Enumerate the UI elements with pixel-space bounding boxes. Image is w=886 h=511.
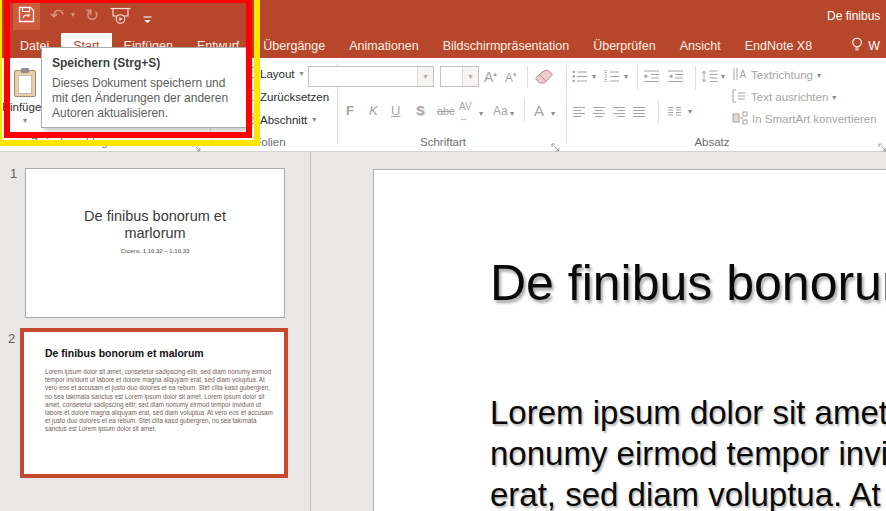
justify-button[interactable] — [632, 104, 646, 122]
font-name-combobox[interactable]: ▼ — [308, 66, 434, 87]
align-text-icon — [732, 89, 747, 105]
group-label-font: Schriftart — [408, 136, 478, 148]
tab-bildschirmpraesentation[interactable]: Bildschirmpräsentation — [431, 33, 581, 58]
start-presentation-button[interactable] — [110, 7, 131, 29]
button-divider — [695, 66, 696, 90]
align-text-button[interactable]: Text ausrichten ▾ — [732, 89, 836, 105]
align-left-button[interactable] — [572, 104, 586, 122]
slide-body-text[interactable]: Lorem ipsum dolor sit amet, consetetur n… — [490, 392, 886, 511]
text-direction-label: Textrichtung — [751, 69, 813, 81]
chevron-down-icon: ▾ — [510, 109, 514, 118]
tell-me-label: W — [868, 39, 880, 53]
align-center-button[interactable] — [592, 104, 606, 122]
paragraph-dialog-launcher[interactable] — [878, 138, 886, 148]
layout-button[interactable]: Layout ▾ — [242, 67, 304, 80]
underline-button[interactable]: U — [391, 103, 400, 118]
chevron-down-icon: ▾ — [551, 109, 555, 118]
line-spacing-button[interactable] — [701, 69, 718, 87]
columns-button[interactable] — [667, 104, 682, 122]
clipboard-dialog-launcher[interactable] — [192, 138, 202, 148]
increase-font-size-button[interactable]: A▴ — [484, 69, 497, 85]
text-direction-icon: A — [732, 67, 747, 83]
justify-icon — [632, 104, 646, 121]
lightbulb-icon — [851, 37, 863, 55]
section-button[interactable]: Abschnitt ▾ — [242, 113, 316, 126]
character-spacing-button[interactable]: AV ↔ — [459, 101, 472, 123]
tab-ansicht[interactable]: Ansicht — [668, 33, 733, 58]
tab-endnote[interactable]: EndNote X8 — [733, 33, 824, 58]
save-tooltip: Speichern (Strg+S) Dieses Dokument speic… — [41, 47, 248, 128]
slide-title-text[interactable]: De finibus bonorum et malorum — [490, 254, 886, 312]
chevron-down-icon: ▼ — [417, 67, 433, 86]
window-title: De finibus — [827, 9, 880, 23]
bullet-list-icon — [572, 69, 588, 86]
tab-uebergaenge[interactable]: Übergänge — [251, 33, 337, 58]
slide-thumbnail-2-selected[interactable]: De finibus bonorum et malorum Lorem ipsu… — [20, 328, 288, 478]
section-label: Abschnitt — [260, 114, 307, 126]
strikethrough-button[interactable]: abc — [437, 105, 455, 117]
undo-button[interactable]: ↶ — [50, 5, 64, 26]
tooltip-title: Speichern (Strg+S) — [52, 56, 237, 70]
columns-icon — [667, 104, 682, 121]
change-case-button[interactable]: Aa — [493, 104, 508, 118]
convert-smartart-button[interactable]: In SmartArt konvertieren — [732, 111, 877, 127]
thumbnail-title: De finibus bonorum et malorum — [45, 347, 204, 359]
undo-dropdown[interactable]: ▾ — [71, 10, 75, 19]
body-line: nonumy eirmod tempor invidunt ut labore — [490, 433, 886, 474]
chevron-down-icon: ▾ — [23, 116, 27, 125]
font-dialog-launcher[interactable] — [551, 138, 561, 148]
convert-smartart-label: In SmartArt konvertieren — [752, 113, 877, 125]
numbering-button[interactable] — [604, 69, 620, 87]
customize-qat-button[interactable] — [143, 11, 152, 29]
body-line: Lorem ipsum dolor sit amet, consetetur — [490, 392, 886, 433]
thumbnail-body: Lorem ipsum dolor sit amet, consetetur s… — [45, 368, 273, 434]
panel-divider[interactable] — [310, 152, 311, 511]
decrease-font-size-button[interactable]: A▾ — [505, 71, 517, 85]
bold-button[interactable]: F — [346, 103, 354, 118]
button-divider — [658, 100, 659, 124]
workspace: 1 De finibus bonorum et marlorum Cicero,… — [0, 152, 886, 511]
align-right-icon — [612, 104, 626, 121]
char-spacing-label: AV — [459, 101, 472, 112]
eraser-icon — [534, 71, 554, 88]
group-label-paragraph: Absatz — [677, 136, 747, 148]
slide-number: 2 — [8, 331, 15, 346]
decrease-indent-button[interactable] — [643, 69, 660, 87]
body-line: erat, sed diam voluptua. At vero eos et — [490, 474, 886, 511]
powerpoint-window: ↶ ▾ ↻ — [0, 0, 886, 511]
smartart-icon — [732, 111, 748, 127]
align-left-icon — [572, 104, 586, 121]
redo-button[interactable]: ↻ — [85, 5, 99, 26]
save-sync-icon — [18, 6, 35, 27]
reset-label: Zurücksetzen — [260, 91, 329, 103]
text-direction-button[interactable]: A Textrichtung ▾ — [732, 67, 821, 83]
font-color-button[interactable]: A — [534, 102, 544, 119]
tab-ueberpruefen[interactable]: Überprüfen — [581, 33, 668, 58]
italic-button[interactable]: K — [369, 103, 378, 118]
bullets-button[interactable] — [572, 69, 588, 87]
save-button[interactable] — [13, 3, 40, 30]
chevron-down-icon: ▼ — [462, 67, 478, 86]
slide-thumbnail-1[interactable]: De finibus bonorum et marlorum Cicero, 1… — [25, 168, 285, 318]
reset-button[interactable]: Zurücksetzen — [242, 90, 329, 103]
tell-me-button[interactable]: W — [839, 33, 886, 58]
numbered-list-icon — [604, 69, 620, 86]
align-right-button[interactable] — [612, 104, 626, 122]
increase-indent-button[interactable] — [667, 69, 684, 87]
font-size-combobox[interactable]: ▼ — [440, 66, 479, 87]
text-shadow-button[interactable]: S — [416, 103, 425, 118]
tab-animationen[interactable]: Animationen — [337, 33, 431, 58]
chevron-down-icon: ▾ — [817, 71, 821, 80]
chevron-down-icon: ▾ — [312, 115, 316, 124]
chevron-down-icon: ▾ — [721, 72, 725, 81]
undo-icon: ↶ — [50, 6, 64, 25]
svg-text:A: A — [740, 69, 747, 80]
button-divider — [524, 100, 525, 122]
thumbnail-title: De finibus bonorum et marlorum — [26, 208, 284, 242]
slide-canvas[interactable]: De finibus bonorum et malorum Lorem ipsu… — [373, 169, 886, 511]
clipboard-icon — [14, 70, 36, 97]
chevron-down-icon: ▾ — [479, 109, 483, 118]
chevron-down-icon: ▾ — [592, 72, 596, 81]
paste-button[interactable]: Einfügen ▾ — [6, 64, 44, 140]
clear-formatting-button[interactable] — [534, 69, 554, 89]
